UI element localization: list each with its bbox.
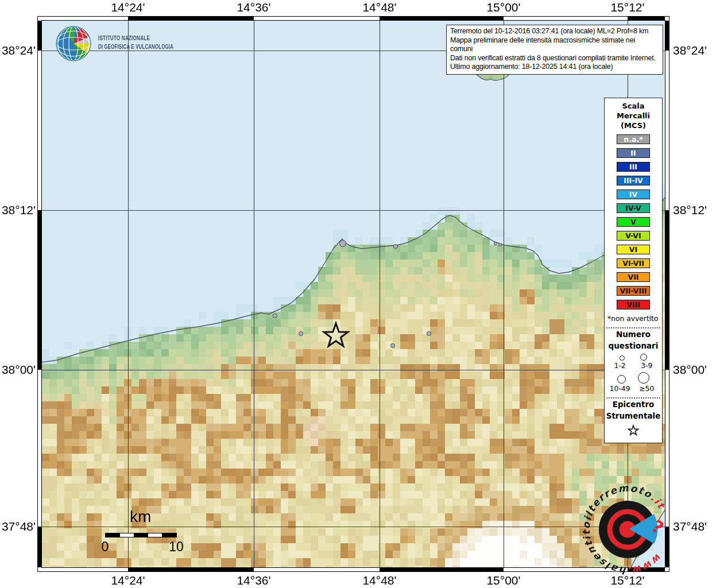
questionnaire-size-label: ≥50 [635,385,658,393]
questionnaire-size-circle-icon [638,372,649,384]
ingv-name-line2: DI GEOFISICA E VULCANOLOGIA [98,43,173,50]
info-line-source: Dati non verificati estratti da 8 questi… [450,54,659,63]
legend-title-line: Mercalli [605,111,662,121]
star-icon [324,323,348,346]
legend-footnote: *non avvertito [605,315,662,323]
ingv-globe-icon [56,25,92,61]
axis-label-bottom-0: 14°24' [111,574,145,587]
legend-swatch-VI-VII: VI-VII [617,258,650,268]
questionnaire-size-circle-icon [617,375,626,384]
legend-circle-labels: 10-49≥50 [605,385,662,393]
info-line-maptype: Mappa preliminare delle intensità macros… [450,36,659,54]
scale-bar: km 0 10 [92,508,195,556]
legend-swatch-IV: IV [617,189,650,199]
scale-bar-segment [148,533,162,537]
questionnaire-size-label: 1-2 [609,362,632,370]
legend-swatch-II: II [617,148,650,158]
scale-bar-segment [106,533,120,537]
hsit-bullseye-icon [599,501,658,558]
axis-label-top-4: 15°12' [610,1,644,14]
legend-title-line: Scala [605,101,662,111]
questionnaire-size-circle-icon [640,354,647,361]
axis-label-left-3: 37°48' [1,520,36,533]
axis-label-top-2: 14°48' [362,1,396,14]
legend-swatch-III-IV: III-IV [617,176,650,185]
scale-bar-segment [162,533,176,537]
legend-epicenter-title-line: Strumentale [605,410,662,421]
legend-swatch-VII: VII [617,272,650,282]
axis-label-left-1: 38°12' [1,203,36,217]
legend-swatch-VII-VIII: VII-VIII [617,286,650,296]
questionnaire-size-circle-icon [620,355,625,361]
legend-epicenter-title-line: Epicentro [605,399,662,410]
axis-label-bottom-1: 14°36' [237,574,270,587]
info-box: Terremoto del 10-12-2016 03:27:41 (ora l… [446,25,663,75]
questionnaire-dot [427,331,431,335]
questionnaire-dot [339,240,346,246]
scale-bar-start-label: 0 [102,539,109,555]
legend-questionnaire-title-line: questionari [605,340,662,351]
axis-label-top-1: 14°36' [237,1,270,14]
epicenter-legend-star [626,424,640,438]
axis-label-right-1: 38°12' [673,203,707,217]
axis-label-top-3: 15°00' [486,1,520,14]
epicenter-star-marker [321,321,351,351]
legend-swatch-VI: VI [617,245,650,254]
legend-swatch-VIII: VIII [617,300,650,310]
axis-label-top-0: 14°24' [111,1,145,14]
scale-bar-unit-label: km [130,508,151,526]
scale-bar-segment [134,533,148,537]
legend-panel: ScalaMercalli(MCS)n.a.*IIIIIIII-IVIVIV-V… [604,98,663,443]
axis-label-bottom-3: 15°00' [486,574,520,587]
legend-circle-row [605,354,662,361]
axis-label-left-2: 38°00' [1,363,36,377]
hsit-logo: ? www.haisentitoilterremoto.it [576,478,679,581]
ingv-name-line1: ISTITUTO NAZIONALE [98,34,150,41]
questionnaire-dot [273,314,277,318]
questionnaire-size-label: 3-9 [635,362,658,370]
questionnaire-dot [390,343,394,347]
scale-bar-segments [105,533,177,537]
legend-swatch-III: III [617,162,650,172]
ingv-logo: ISTITUTO NAZIONALE DI GEOFISICA E VULCAN… [55,24,178,63]
macroseismic-intensity-map: 14°24'14°36'14°48'15°00'15°12'14°24'14°3… [0,0,720,588]
questionnaire-dot [494,242,497,245]
legend-swatch-IV-V: IV-V [617,203,650,213]
star-icon [628,425,638,435]
legend-title-line: (MCS) [605,121,662,130]
questionnaire-dot [299,331,303,335]
questionnaire-dot [498,243,501,246]
axis-label-left-0: 38°24' [1,44,36,57]
axis-label-bottom-2: 14°48' [362,574,396,587]
legend-swatch-n.a.*: n.a.* [617,134,650,144]
scale-bar-end-label: 10 [169,539,184,555]
axis-label-right-0: 38°24' [673,44,707,57]
legend-swatch-V: V [617,217,650,227]
questionnaire-size-label: 10-49 [609,385,632,393]
axis-label-right-2: 38°00' [673,363,707,377]
legend-questionnaire-title-line: Numero [605,328,662,340]
scale-bar-segment [120,533,134,537]
info-line-update: Ultimo aggiornamento: 18-12-2025 14:41 (… [450,63,659,72]
info-line-event: Terremoto del 10-12-2016 03:27:41 (ora l… [450,27,659,36]
legend-circle-labels: 1-23-9 [605,362,662,370]
questionnaire-dot [393,244,397,248]
legend-swatch-V-VI: V-VI [617,231,650,241]
legend-circle-row [605,372,662,384]
